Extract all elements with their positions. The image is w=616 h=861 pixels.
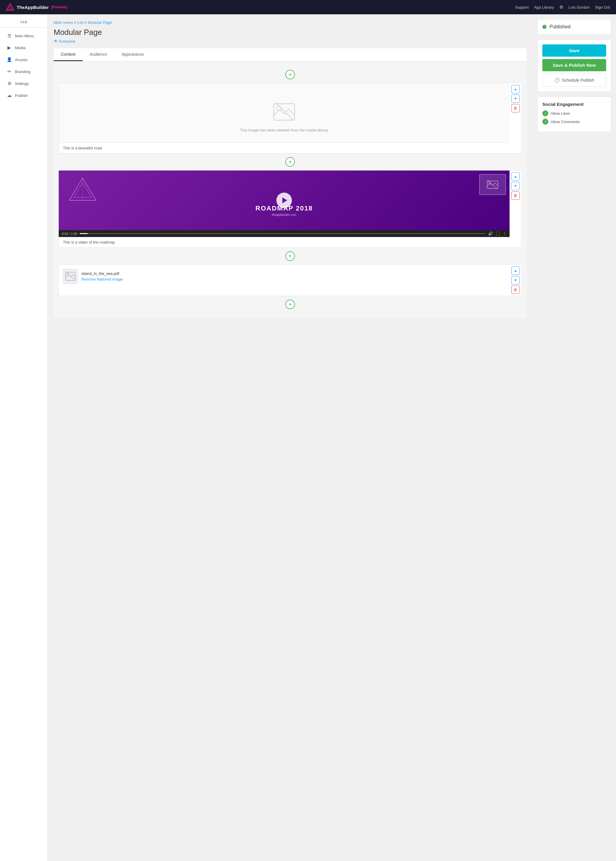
tab-appearance[interactable]: Appearance (114, 48, 151, 61)
add-block-button-middle2[interactable]: + (285, 251, 295, 261)
breadcrumb-sep1: > (74, 20, 77, 25)
breadcrumb-main-menu[interactable]: Main menu (53, 20, 73, 25)
breadcrumb-list[interactable]: List (77, 20, 83, 25)
add-block-top: + (58, 70, 522, 79)
pdf-move-up-button[interactable]: ▲ (511, 267, 520, 275)
video-move-down-button[interactable]: ▼ (511, 182, 520, 190)
pdf-info: island_in_the_sea.pdf Remove featured im… (82, 271, 505, 281)
published-status: Published (542, 24, 606, 30)
sidebar-item-access[interactable]: 👤 Access (2, 54, 46, 65)
video-time: 0:00 / 2:30 (62, 232, 77, 236)
video-container: ROADMAP 2018 theappbuilder.com (59, 171, 509, 230)
social-item-comments: ✓ Allow Comments (542, 119, 606, 125)
content-tabs: Content Audience Appearance + (53, 48, 526, 317)
pdf-filename: island_in_the_sea.pdf (82, 271, 505, 276)
sidebar-item-publish[interactable]: ☁ Publish (2, 90, 46, 101)
breadcrumb: Main menu > List > Modular Page (53, 20, 526, 25)
video-block-main: ROADMAP 2018 theappbuilder.com 0:00 / 2:… (59, 171, 509, 247)
video-thumb-broken-icon (487, 179, 498, 190)
tab-content[interactable]: Content (53, 48, 83, 61)
social-label-comments: Allow Comments (551, 119, 580, 124)
audience-badge[interactable]: 👁 Everyone (53, 39, 75, 44)
add-block-button-top[interactable]: + (285, 70, 295, 79)
sidebar-label-publish: Publish (15, 93, 28, 98)
brand-name: TheAppBuilder (17, 5, 49, 10)
sidebar-label-media: Media (15, 46, 25, 50)
image-block-main: This image has been deleted from the med… (59, 83, 509, 153)
add-block-middle1: + (58, 157, 522, 167)
preview-badge: [Preview] (51, 5, 67, 9)
add-block-button-middle1[interactable]: + (285, 157, 295, 167)
pdf-block-controls: ▲ ▼ 🗑 (509, 265, 522, 296)
tabs-header: Content Audience Appearance (53, 48, 526, 61)
save-button[interactable]: Save (542, 44, 606, 57)
settings-nav-icon: ⚙ (6, 81, 12, 86)
video-move-up-button[interactable]: ▲ (511, 172, 520, 181)
sidebar-item-media[interactable]: ▶ Media (2, 42, 46, 53)
sidebar-item-main-menu[interactable]: ☰ Main Menu (2, 30, 46, 41)
audience-label: Everyone (59, 39, 75, 44)
image-block-controls: ▲ ▼ 🗑 (509, 83, 522, 153)
breadcrumb-modular-page[interactable]: Modular Page (88, 20, 112, 25)
menu-icon: ☰ (6, 33, 12, 38)
add-block-middle2: + (58, 251, 522, 261)
video-overlay-thumbnail (479, 174, 506, 195)
page-title: Modular Page (53, 28, 526, 37)
sidebar-label-branding: Branding (15, 69, 30, 74)
add-block-button-bottom[interactable]: + (285, 300, 295, 309)
app-library-link[interactable]: App Library (534, 5, 554, 9)
sidebar-label-access: Access (15, 58, 27, 62)
video-caption: This is a video of the roadmap (59, 237, 509, 247)
tab-audience[interactable]: Audience (83, 48, 114, 61)
sidebar-item-branding[interactable]: ✏ Branding (2, 66, 46, 77)
social-item-likes: ✓ Allow Likes (542, 110, 606, 116)
sidebar: TAB ☰ Main Menu ▶ Media 👤 Access ✏ Brand… (0, 14, 48, 861)
save-publish-button[interactable]: Save & Publish Now (542, 59, 606, 71)
user-name[interactable]: Lois Gordon (569, 5, 590, 9)
image-delete-button[interactable]: 🗑 (511, 104, 520, 112)
video-delete-button[interactable]: 🗑 (511, 192, 520, 200)
video-control-icons: 🔊 ⛶ ⋮ (488, 231, 507, 236)
video-subtitle: theappbuilder.com (59, 213, 509, 217)
sidebar-item-settings[interactable]: ⚙ Settings (2, 78, 46, 89)
social-label-likes: Allow Likes (551, 111, 570, 116)
schedule-publish-label: Schedule Publish (562, 78, 594, 83)
settings-icon[interactable]: ⚙ (559, 5, 563, 10)
status-card: Published (537, 19, 611, 35)
social-engagement-card: Social Engagement ✓ Allow Likes ✓ Allow … (537, 97, 611, 132)
breadcrumb-sep2: > (84, 20, 88, 25)
actions-card: Save Save & Publish Now 🕐 Schedule Publi… (537, 39, 611, 92)
tab-content-panel: + This image has been deleted from t (53, 61, 526, 317)
pdf-delete-button[interactable]: 🗑 (511, 286, 520, 294)
pdf-block: island_in_the_sea.pdf Remove featured im… (58, 264, 522, 296)
pdf-broken-image-icon (65, 271, 76, 282)
video-progress-track[interactable] (80, 233, 486, 234)
image-move-down-button[interactable]: ▼ (511, 94, 520, 103)
svg-point-6 (489, 182, 491, 184)
layout: TAB ☰ Main Menu ▶ Media 👤 Access ✏ Brand… (0, 14, 616, 861)
video-block: ROADMAP 2018 theappbuilder.com 0:00 / 2:… (58, 170, 522, 248)
pdf-content: island_in_the_sea.pdf Remove featured im… (59, 265, 509, 288)
branding-icon: ✏ (6, 69, 12, 74)
fullscreen-icon[interactable]: ⛶ (496, 231, 500, 236)
clock-icon: 🕐 (554, 77, 560, 83)
sidebar-label-main-menu: Main Menu (15, 34, 34, 38)
video-progress-fill (80, 233, 88, 234)
brand-icon (6, 3, 14, 11)
video-block-controls: ▲ ▼ 🗑 (509, 171, 522, 247)
sidebar-label-settings: Settings (15, 82, 29, 86)
access-icon: 👤 (6, 57, 12, 62)
sign-out-link[interactable]: Sign Out (595, 5, 610, 9)
play-button[interactable] (277, 193, 292, 208)
pdf-move-down-button[interactable]: ▼ (511, 276, 520, 284)
pdf-remove-link[interactable]: Remove featured image (82, 277, 505, 281)
more-options-icon[interactable]: ⋮ (503, 231, 507, 236)
schedule-publish-button[interactable]: 🕐 Schedule Publish (542, 74, 606, 87)
volume-icon[interactable]: 🔊 (488, 231, 493, 236)
image-move-up-button[interactable]: ▲ (511, 85, 520, 93)
sidebar-tab-label: TAB (0, 18, 47, 28)
image-caption: This is a beautiful road (59, 143, 509, 153)
top-nav: TheAppBuilder [Preview] Support App Libr… (0, 0, 616, 14)
support-link[interactable]: Support (515, 5, 529, 9)
image-block: This image has been deleted from the med… (58, 83, 522, 154)
